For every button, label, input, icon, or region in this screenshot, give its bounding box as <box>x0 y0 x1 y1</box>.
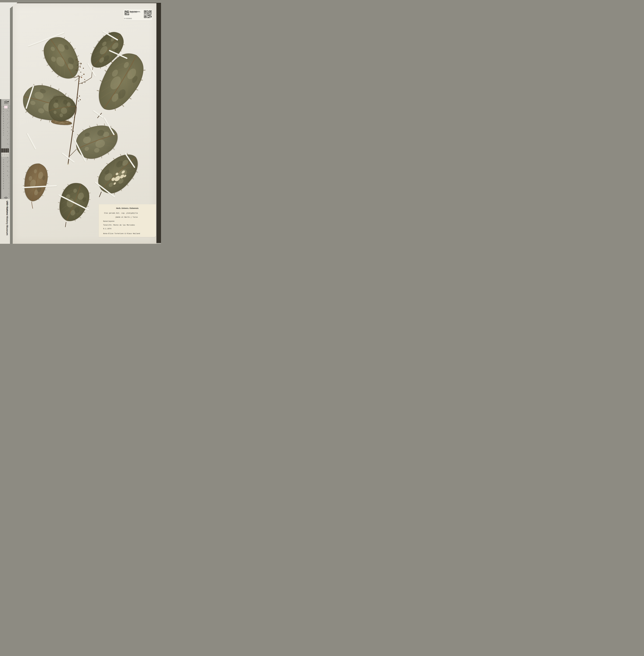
patch-refs-caption: Patch Reference numbers on UTT <box>1 106 2 115</box>
resolution-targets <box>1 153 9 156</box>
scanner-bed-edge <box>156 243 161 244</box>
sheet-edge-shadow <box>10 3 13 244</box>
collection-date: 9.1.1974 <box>103 228 111 230</box>
grayscale-checker-bottom <box>4 197 7 199</box>
locality: Tenerife: Monte de las Mercedes <box>103 224 135 226</box>
ruler-tick-marks <box>9 106 10 198</box>
region: Kanariøyene <box>103 220 114 222</box>
color-calibration-ruler: mm Inch C1 B1 A1 C2 B2 A2 B5 A5 20 18 17… <box>0 99 10 199</box>
film-density-strip <box>1 148 9 153</box>
grayscale-checker-top <box>4 101 7 104</box>
specimen-label-header: Herb. Univers. Osloensis <box>99 207 156 209</box>
leaf-branch-round <box>46 93 78 124</box>
qr-code <box>144 10 152 18</box>
ruler-inch-numbers: 6 5 4 3 2 1 <box>6 111 7 180</box>
datamatrix-code <box>125 10 129 15</box>
ruler-mm-numbers: 0 10 20 30 40 50 60 70 80 90 100 110 120… <box>7 107 8 176</box>
collectors: Anna-Elise Torkelsen & Klaus Høiland <box>103 233 140 235</box>
taxon-authority: (Webb et Berth.) Tutin <box>115 216 138 218</box>
herbarium-scan: mm Inch C1 B1 A1 C2 B2 A2 B5 A5 20 18 17… <box>0 2 161 244</box>
accession-number: O-V2303603 <box>124 18 132 19</box>
scanner-foam-right <box>156 3 161 243</box>
university-name: University of Oslo <box>6 201 8 214</box>
imaged-year: Imaged 2014 <box>130 12 137 13</box>
ruler-arrow-icon <box>8 101 9 102</box>
taxon-name: Ilex perado Ait. ssp. platyphylla <box>104 212 138 214</box>
ruler-mm-unit: mm <box>8 103 9 104</box>
patch-refs-lower: 10 09 03 02 01 C7 B7 A7 C8 B8 A8 C9 B9 <box>3 159 4 189</box>
specimen-label: Herb. Univers. Osloensis Ilex perado Ait… <box>99 204 156 237</box>
patch-refs-upper: C1 B1 A1 C2 B2 A2 B5 A5 20 18 17 16 11 <box>3 106 4 136</box>
barcode-label: Herb. Univers. Osloënsis Imaged 2014 O-V… <box>123 9 152 20</box>
